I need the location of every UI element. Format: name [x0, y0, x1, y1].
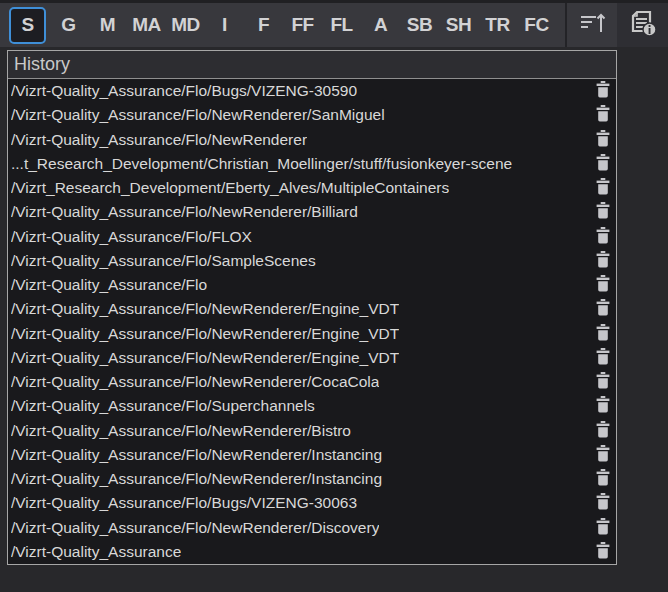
- delete-history-item-button[interactable]: [595, 228, 610, 245]
- delete-history-item-button[interactable]: [595, 349, 610, 366]
- history-item-path: /Vizrt-Quality_Assurance/Flo/Bugs/VIZENG…: [11, 82, 357, 100]
- toolbar-tab-md[interactable]: MD: [166, 6, 205, 44]
- history-item-path: /Vizrt-Quality_Assurance/Flo/NewRenderer…: [11, 470, 382, 488]
- delete-history-item-button[interactable]: [595, 155, 610, 172]
- history-list-item[interactable]: /Vizrt-Quality_Assurance/Flo/Bugs/VIZENG…: [8, 491, 616, 515]
- delete-history-item-button[interactable]: [595, 374, 610, 391]
- history-item-path: /Vizrt-Quality_Assurance/Flo/SampleScene…: [11, 252, 316, 270]
- history-list-item[interactable]: /Vizrt-Quality_Assurance/Flo/Bugs/VIZENG…: [8, 79, 616, 103]
- delete-history-item-button[interactable]: [595, 495, 610, 512]
- toolbar-tabs: SGMMAMDIFFFFLASBSHTRFC: [0, 6, 556, 44]
- trash-icon: [596, 372, 610, 392]
- history-item-path: /Vizrt-Quality_Assurance/Flo/NewRenderer…: [11, 446, 382, 464]
- toolbar-tab-g[interactable]: G: [49, 6, 88, 44]
- delete-history-item-button[interactable]: [595, 325, 610, 342]
- history-item-path: /Vizrt_Research_Development/Eberty_Alves…: [11, 179, 449, 197]
- history-item-path: /Vizrt-Quality_Assurance/Flo/NewRenderer…: [11, 422, 351, 440]
- delete-history-item-button[interactable]: [595, 252, 610, 269]
- history-list-item[interactable]: /Vizrt-Quality_Assurance/Flo/NewRenderer…: [8, 370, 616, 394]
- document-info-icon: [628, 10, 658, 41]
- history-item-path: /Vizrt-Quality_Assurance/Flo/NewRenderer…: [11, 300, 399, 318]
- history-list-item[interactable]: /Vizrt-Quality_Assurance/Flo/NewRenderer…: [8, 346, 616, 370]
- delete-history-item-button[interactable]: [595, 107, 610, 124]
- history-list: /Vizrt-Quality_Assurance/Flo/Bugs/VIZENG…: [8, 79, 616, 564]
- trash-icon: [596, 202, 610, 222]
- history-list-item[interactable]: /Vizrt-Quality_Assurance/Flo/NewRenderer…: [8, 103, 616, 127]
- history-item-path: /Vizrt-Quality_Assurance/Flo/Bugs/VIZENG…: [11, 494, 357, 512]
- toolbar-tab-sb[interactable]: SB: [400, 6, 439, 44]
- sort-button[interactable]: [567, 3, 619, 47]
- toolbar-tab-ff[interactable]: FF: [283, 6, 322, 44]
- history-list-item[interactable]: /Vizrt-Quality_Assurance/Flo/Superchanne…: [8, 394, 616, 418]
- history-list-item[interactable]: /Vizrt-Quality_Assurance/Flo/NewRenderer…: [8, 200, 616, 224]
- trash-icon: [596, 275, 610, 295]
- history-list-item[interactable]: /Vizrt-Quality_Assurance/Flo/NewRenderer…: [8, 443, 616, 467]
- delete-history-item-button[interactable]: [595, 204, 610, 221]
- scene-info-button[interactable]: [623, 3, 663, 47]
- trash-icon: [596, 105, 610, 125]
- history-item-path: /Vizrt-Quality_Assurance/Flo/FLOX: [11, 228, 252, 246]
- history-list-item[interactable]: /Vizrt-Quality_Assurance/Flo/NewRenderer…: [8, 467, 616, 491]
- toolbar-tab-ma[interactable]: MA: [127, 6, 166, 44]
- sort-ascending-icon: [580, 12, 606, 38]
- delete-history-item-button[interactable]: [595, 398, 610, 415]
- delete-history-item-button[interactable]: [595, 519, 610, 536]
- toolbar-tab-s[interactable]: S: [9, 7, 46, 44]
- delete-history-item-button[interactable]: [595, 543, 610, 560]
- history-item-path: /Vizrt-Quality_Assurance/Flo/NewRenderer…: [11, 519, 379, 537]
- trash-icon: [596, 299, 610, 319]
- history-list-item[interactable]: /Vizrt-Quality_Assurance/Flo: [8, 273, 616, 297]
- toolbar-tab-m[interactable]: M: [88, 6, 127, 44]
- history-list-item[interactable]: /Vizrt-Quality_Assurance/Flo/NewRenderer: [8, 128, 616, 152]
- history-item-path: /Vizrt-Quality_Assurance/Flo: [11, 276, 207, 294]
- delete-history-item-button[interactable]: [595, 446, 610, 463]
- delete-history-item-button[interactable]: [595, 131, 610, 148]
- history-panel-header: History: [8, 51, 616, 79]
- history-list-item[interactable]: /Vizrt-Quality_Assurance/Flo/FLOX: [8, 225, 616, 249]
- toolbar-tab-f[interactable]: F: [244, 6, 283, 44]
- history-panel: History /Vizrt-Quality_Assurance/Flo/Bug…: [7, 50, 617, 565]
- trash-icon: [596, 130, 610, 150]
- history-list-item[interactable]: /Vizrt-Quality_Assurance/Flo/NewRenderer…: [8, 297, 616, 321]
- delete-history-item-button[interactable]: [595, 83, 610, 100]
- trash-icon: [596, 542, 610, 562]
- history-list-item[interactable]: /Vizrt-Quality_Assurance/Flo/NewRenderer…: [8, 419, 616, 443]
- toolbar-tab-fl[interactable]: FL: [322, 6, 361, 44]
- history-list-item[interactable]: /Vizrt-Quality_Assurance: [8, 540, 616, 564]
- history-item-path: /Vizrt-Quality_Assurance/Flo/NewRenderer…: [11, 325, 399, 343]
- delete-history-item-button[interactable]: [595, 471, 610, 488]
- delete-history-item-button[interactable]: [595, 422, 610, 439]
- trash-icon: [596, 227, 610, 247]
- history-item-path: /Vizrt-Quality_Assurance: [11, 543, 181, 561]
- history-item-path: /Vizrt-Quality_Assurance/Flo/NewRenderer…: [11, 373, 379, 391]
- history-item-path: /Vizrt-Quality_Assurance/Flo/NewRenderer: [11, 131, 307, 149]
- history-list-item[interactable]: /Vizrt-Quality_Assurance/Flo/NewRenderer…: [8, 322, 616, 346]
- delete-history-item-button[interactable]: [595, 301, 610, 318]
- trash-icon: [596, 348, 610, 368]
- trash-icon: [596, 469, 610, 489]
- toolbar-tab-a[interactable]: A: [361, 6, 400, 44]
- toolbar-tab-i[interactable]: I: [205, 6, 244, 44]
- delete-history-item-button[interactable]: [595, 180, 610, 197]
- history-item-path: ...t_Research_Development/Christian_Moel…: [11, 155, 512, 173]
- history-item-path: /Vizrt-Quality_Assurance/Flo/Superchanne…: [11, 397, 315, 415]
- trash-icon: [596, 81, 610, 101]
- toolbar-tab-tr[interactable]: TR: [478, 6, 517, 44]
- toolbar-right-section: [617, 3, 668, 47]
- trash-icon: [596, 178, 610, 198]
- trash-icon: [596, 518, 610, 538]
- trash-icon: [596, 493, 610, 513]
- toolbar-tab-sh[interactable]: SH: [439, 6, 478, 44]
- history-list-item[interactable]: ...t_Research_Development/Christian_Moel…: [8, 152, 616, 176]
- trash-icon: [596, 324, 610, 344]
- trash-icon: [596, 251, 610, 271]
- history-list-item[interactable]: /Vizrt_Research_Development/Eberty_Alves…: [8, 176, 616, 200]
- toolbar-tab-fc[interactable]: FC: [517, 6, 556, 44]
- history-list-item[interactable]: /Vizrt-Quality_Assurance/Flo/NewRenderer…: [8, 516, 616, 540]
- trash-icon: [596, 154, 610, 174]
- trash-icon: [596, 396, 610, 416]
- delete-history-item-button[interactable]: [595, 277, 610, 294]
- history-list-item[interactable]: /Vizrt-Quality_Assurance/Flo/SampleScene…: [8, 249, 616, 273]
- history-item-path: /Vizrt-Quality_Assurance/Flo/NewRenderer…: [11, 106, 385, 124]
- history-item-path: /Vizrt-Quality_Assurance/Flo/NewRenderer…: [11, 349, 399, 367]
